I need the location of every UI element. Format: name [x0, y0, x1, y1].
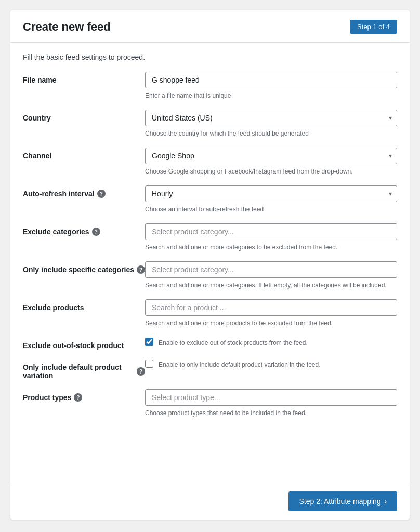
channel-select-wrapper: Google Shop Facebook/Instagram ▾ — [145, 148, 397, 164]
file-name-hint: Enter a file name that is unique — [145, 91, 397, 100]
channel-row: Channel Google Shop Facebook/Instagram ▾… — [23, 148, 397, 176]
exclude-stock-row: Exclude out-of-stock product Enable to e… — [23, 337, 397, 350]
channel-label: Channel — [23, 148, 145, 160]
auto-refresh-label: Auto-refresh interval ? — [23, 185, 145, 198]
country-hint: Choose the country for which the feed sh… — [145, 129, 397, 138]
default-variation-help-icon[interactable]: ? — [137, 367, 145, 376]
default-variation-checkbox[interactable] — [145, 360, 153, 368]
exclude-products-label: Exclude products — [23, 299, 145, 312]
product-types-field: Choose product types that need to be inc… — [145, 389, 397, 418]
product-types-label: Product types ? — [23, 389, 145, 402]
channel-hint: Choose Google shopping or Facebook/Insta… — [145, 167, 397, 176]
exclude-stock-checkbox[interactable] — [145, 338, 153, 346]
page-container: Create new feed Step 1 of 4 Fill the bas… — [10, 10, 410, 520]
default-variation-checkbox-row: Enable to only include default product v… — [145, 359, 397, 369]
file-name-input[interactable] — [145, 72, 397, 88]
next-step-button[interactable]: Step 2: Attribute mapping › — [288, 491, 397, 511]
page-title: Create new feed — [23, 20, 111, 34]
default-variation-hint: Enable to only include default product v… — [159, 359, 321, 369]
product-types-hint: Choose product types that need to be inc… — [145, 408, 397, 418]
exclude-stock-label: Exclude out-of-stock product — [23, 337, 145, 350]
file-name-field: Enter a file name that is unique — [145, 72, 397, 100]
file-name-row: File name Enter a file name that is uniq… — [23, 72, 397, 100]
auto-refresh-hint: Choose an interval to auto-refresh the f… — [145, 205, 397, 214]
include-categories-input[interactable] — [145, 261, 397, 278]
exclude-categories-help-icon[interactable]: ? — [92, 228, 100, 236]
page-footer: Step 2: Attribute mapping › — [10, 483, 410, 520]
include-categories-field: Search and add one or more categories. I… — [145, 261, 397, 290]
exclude-products-input[interactable] — [145, 299, 397, 316]
page-subtitle: Fill the basic feed settings to proceed. — [10, 43, 410, 66]
default-variation-label: Only include default product variation ? — [23, 359, 145, 380]
channel-select[interactable]: Google Shop Facebook/Instagram — [145, 148, 397, 164]
exclude-products-hint: Search and add one or more products to b… — [145, 318, 397, 328]
exclude-products-field: Search and add one or more products to b… — [145, 299, 397, 328]
exclude-categories-row: Exclude categories ? Search and add one … — [23, 223, 397, 252]
country-label: Country — [23, 110, 145, 122]
exclude-stock-checkbox-row: Enable to exclude out of stock products … — [145, 337, 397, 348]
channel-field: Google Shop Facebook/Instagram ▾ Choose … — [145, 148, 397, 176]
exclude-stock-field: Enable to exclude out of stock products … — [145, 337, 397, 348]
country-select[interactable]: United States (US) United Kingdom (UK) C… — [145, 110, 397, 126]
auto-refresh-help-icon[interactable]: ? — [97, 190, 106, 198]
country-select-wrapper: United States (US) United Kingdom (UK) C… — [145, 110, 397, 126]
next-arrow-icon: › — [384, 497, 387, 506]
exclude-categories-field: Search and add one or more categories to… — [145, 223, 397, 252]
exclude-categories-input[interactable] — [145, 223, 397, 240]
file-name-label: File name — [23, 72, 145, 84]
auto-refresh-select[interactable]: Hourly Daily Weekly Never — [145, 185, 397, 202]
exclude-products-row: Exclude products Search and add one or m… — [23, 299, 397, 328]
default-variation-field: Enable to only include default product v… — [145, 359, 397, 369]
auto-refresh-field: Hourly Daily Weekly Never ▾ Choose an in… — [145, 185, 397, 214]
product-types-help-icon[interactable]: ? — [74, 393, 82, 402]
form-body: File name Enter a file name that is uniq… — [10, 66, 410, 483]
exclude-categories-label: Exclude categories ? — [23, 223, 145, 236]
page-header: Create new feed Step 1 of 4 — [10, 10, 410, 43]
auto-refresh-select-wrapper: Hourly Daily Weekly Never ▾ — [145, 185, 397, 202]
next-step-label: Step 2: Attribute mapping — [299, 497, 380, 506]
auto-refresh-row: Auto-refresh interval ? Hourly Daily Wee… — [23, 185, 397, 214]
include-categories-row: Only include specific categories ? Searc… — [23, 261, 397, 290]
include-categories-help-icon[interactable]: ? — [137, 265, 145, 274]
include-categories-hint: Search and add one or more categories. I… — [145, 281, 397, 290]
step-badge: Step 1 of 4 — [350, 20, 397, 34]
product-types-input[interactable] — [145, 389, 397, 406]
country-field: United States (US) United Kingdom (UK) C… — [145, 110, 397, 138]
exclude-categories-hint: Search and add one or more categories to… — [145, 243, 397, 252]
default-variation-row: Only include default product variation ?… — [23, 359, 397, 380]
exclude-stock-hint: Enable to exclude out of stock products … — [159, 337, 308, 348]
product-types-row: Product types ? Choose product types tha… — [23, 389, 397, 418]
country-row: Country United States (US) United Kingdo… — [23, 110, 397, 138]
include-categories-label: Only include specific categories ? — [23, 261, 145, 274]
